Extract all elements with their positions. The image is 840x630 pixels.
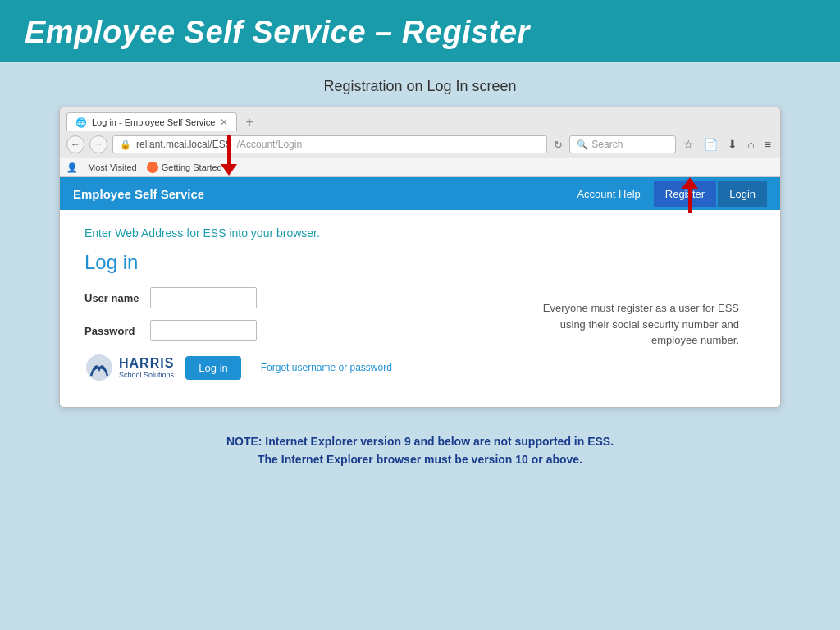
- username-row: User name: [84, 287, 493, 308]
- arrow-head: [221, 164, 237, 176]
- arrow-register: [682, 177, 698, 213]
- browser-search-bar[interactable]: 🔍 Search: [569, 135, 676, 153]
- username-input[interactable]: [150, 287, 257, 308]
- arrow-address-bar: [221, 135, 237, 176]
- home-icon[interactable]: ⌂: [745, 138, 756, 151]
- registration-label: Registration on Log In screen: [33, 78, 807, 95]
- bottom-note: NOTE: Internet Explorer version 9 and be…: [33, 432, 807, 469]
- password-label: Password: [84, 325, 150, 337]
- search-icon: 🔍: [577, 139, 588, 150]
- bookmark-getting-started[interactable]: Getting Started: [147, 162, 222, 173]
- tab-icon: 🌐: [75, 117, 87, 128]
- profile-icon: 👤: [66, 162, 78, 173]
- security-icon: 🔒: [120, 139, 131, 150]
- address-bar[interactable]: 🔒 reliant.mcai.local/ESS /Account/Login: [112, 135, 547, 153]
- login-heading: Log in: [84, 251, 493, 274]
- page-title: Employee Self Service – Register: [25, 15, 815, 50]
- menu-icon[interactable]: ≡: [762, 138, 774, 151]
- browser-tab[interactable]: 🌐 Log in - Employee Self Service ✕: [66, 112, 237, 131]
- note-line-2: The Internet Explorer browser must be ve…: [33, 450, 807, 468]
- url-path: /Account/Login: [237, 139, 302, 150]
- bookmark-icon[interactable]: 📄: [701, 138, 720, 151]
- note-line-1: NOTE: Internet Explorer version 9 and be…: [33, 432, 807, 450]
- page-content: Enter Web Address for ESS into your brow…: [60, 210, 780, 407]
- bookmark-most-visited[interactable]: Most Visited: [88, 162, 137, 172]
- browser-nav-bar: ← → 🔒 reliant.mcai.local/ESS /Account/Lo…: [60, 131, 780, 158]
- footer-row: HARRIS School Solutions Log in Forgot us…: [84, 353, 493, 382]
- arrow-head-up: [682, 177, 698, 189]
- getting-started-label: Getting Started: [162, 162, 222, 172]
- most-visited-label: Most Visited: [88, 162, 137, 172]
- password-row: Password: [84, 320, 493, 341]
- ess-navbar: Employee Self Service Account Help Regis…: [60, 177, 780, 210]
- login-form-area: Log in User name Password: [84, 251, 493, 382]
- bookmarks-bar: 👤 Most Visited Getting Started: [60, 158, 780, 176]
- password-input[interactable]: [150, 320, 257, 341]
- main-content: Registration on Log In screen 🌐 Log in -…: [0, 62, 840, 486]
- ess-nav-links: Account Help Register Login: [565, 181, 767, 207]
- harris-logo-text: HARRIS School Solutions: [119, 356, 174, 379]
- new-tab-button[interactable]: +: [240, 113, 258, 131]
- register-annotation-text: Everyone must register as a user for ESS…: [526, 300, 739, 349]
- ess-brand: Employee Self Service: [73, 187, 565, 201]
- harris-logo-svg: [84, 353, 114, 382]
- harris-sub: School Solutions: [119, 371, 174, 379]
- login-button[interactable]: Log in: [185, 356, 240, 380]
- harris-name: HARRIS: [119, 356, 174, 371]
- login-section: Log in User name Password: [84, 251, 756, 382]
- account-help-link[interactable]: Account Help: [565, 181, 651, 207]
- ess-app-wrapper: Employee Self Service Account Help Regis…: [60, 177, 780, 407]
- bookmark-star-icon[interactable]: ☆: [681, 138, 696, 151]
- forgot-link[interactable]: Forgot username or password: [261, 362, 392, 373]
- arrow-shaft-up: [688, 189, 692, 213]
- harris-logo: HARRIS School Solutions: [84, 353, 174, 382]
- arrow-shaft: [227, 135, 231, 164]
- back-button[interactable]: ←: [66, 135, 84, 153]
- login-link[interactable]: Login: [718, 181, 767, 207]
- browser-chrome: 🌐 Log in - Employee Self Service ✕ + ← →…: [60, 107, 780, 177]
- forward-button[interactable]: →: [89, 135, 107, 153]
- url-domain: reliant.mcai.local/ESS: [136, 139, 232, 150]
- firefox-icon: [147, 162, 158, 173]
- register-annotation-area: Everyone must register as a user for ESS…: [526, 251, 756, 349]
- username-label: User name: [84, 292, 150, 304]
- search-placeholder: Search: [591, 139, 623, 150]
- tab-title: Log in - Employee Self Service: [92, 117, 215, 127]
- download-icon[interactable]: ⬇: [725, 138, 740, 151]
- refresh-button[interactable]: ↻: [554, 139, 563, 151]
- browser-mockup: 🌐 Log in - Employee Self Service ✕ + ← →…: [59, 107, 781, 408]
- browser-tab-bar: 🌐 Log in - Employee Self Service ✕ +: [60, 107, 780, 131]
- header-bar: Employee Self Service – Register: [0, 0, 840, 62]
- annotation-enter-web: Enter Web Address for ESS into your brow…: [84, 226, 756, 240]
- close-icon[interactable]: ✕: [220, 116, 228, 128]
